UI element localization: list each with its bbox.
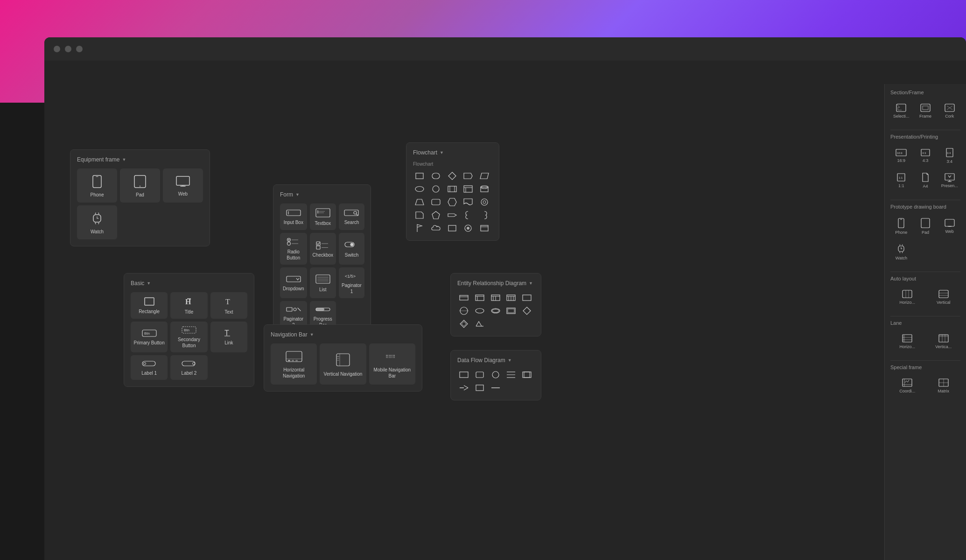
svg-line-36 — [357, 214, 358, 216]
lane-horizontal[interactable]: Horizo... — [890, 330, 924, 352]
form-textbox[interactable]: Textbox — [310, 203, 336, 230]
form-input-box[interactable]: Input Box — [280, 203, 307, 230]
flow-shape-cylinder-top[interactable] — [478, 183, 491, 195]
erd-shape-2[interactable] — [473, 292, 486, 303]
erd-shape-10[interactable] — [520, 305, 533, 316]
basic-primary-button[interactable]: Btn Primary Button — [131, 322, 168, 352]
equipment-watch[interactable]: Watch — [77, 205, 117, 239]
nav-vertical[interactable]: Vertical Navigation — [320, 343, 366, 385]
lane-vertical[interactable]: Vertica... — [927, 330, 961, 352]
basic-label1[interactable]: Label 1 — [131, 355, 168, 380]
form-list[interactable]: List — [310, 267, 336, 298]
flow-shape-brace[interactable] — [462, 210, 475, 221]
flow-shape-banner[interactable] — [462, 170, 475, 182]
dfd-panel: Data Flow Diagram ▼ — [450, 350, 541, 400]
erd-shape-3[interactable] — [489, 292, 502, 303]
auto-vertical[interactable]: Vertical — [927, 286, 961, 308]
basic-secondary-button[interactable]: Btn Secondary Button — [170, 322, 207, 352]
proto-web[interactable]: Web — [938, 214, 960, 238]
dfd-shape-4[interactable] — [504, 369, 518, 380]
traffic-light-close[interactable] — [54, 46, 60, 52]
flow-shape-brace2[interactable] — [478, 210, 491, 221]
flow-shape-pentagon[interactable] — [429, 210, 442, 221]
traffic-light-minimize[interactable] — [65, 46, 71, 52]
sidebar-ratio-169[interactable]: 16:9 16:9 — [890, 144, 912, 167]
sidebar-a4[interactable]: A4 — [915, 169, 937, 191]
sidebar-presentation[interactable]: Presen... — [938, 169, 960, 191]
dfd-shape-6[interactable] — [457, 382, 470, 393]
sidebar-selection[interactable]: Selecti... — [890, 100, 912, 121]
flow-shape-rounded[interactable] — [429, 170, 442, 182]
flow-shape-rect4[interactable] — [478, 223, 491, 234]
proto-phone[interactable]: Phone — [890, 214, 912, 238]
flow-shape-rect3[interactable] — [446, 223, 459, 234]
basic-label2[interactable]: Label 2 — [170, 355, 207, 380]
flow-shape-film[interactable] — [446, 183, 459, 195]
basic-title[interactable]: H Title — [170, 292, 207, 319]
flow-shape-circle2[interactable] — [478, 196, 491, 208]
sidebar-cork[interactable]: Cork — [938, 100, 960, 121]
form-paginator1[interactable]: <1/5> Paginator 1 — [339, 267, 364, 298]
sidebar-ratio-34[interactable]: 3:4 3:4 — [938, 144, 960, 167]
proto-watch[interactable]: Watch — [890, 240, 912, 263]
form-checkbox[interactable]: Checkbox — [310, 233, 336, 265]
erd-shape-7[interactable] — [473, 305, 486, 316]
equipment-pad[interactable]: Pad — [120, 168, 160, 203]
cork-icon — [945, 104, 955, 112]
svg-line-130 — [464, 385, 468, 388]
equipment-web[interactable]: Web — [163, 168, 203, 203]
flow-shape-arrow-right[interactable] — [446, 210, 459, 221]
nav-horizontal[interactable]: Horizontal Navigation — [271, 343, 317, 385]
sidebar-ratio-43[interactable]: 4:3 4:3 — [915, 144, 937, 167]
flow-shape-para[interactable] — [478, 170, 491, 182]
flow-shape-hexagon[interactable] — [446, 196, 459, 208]
flow-shape-rounded2[interactable] — [429, 196, 442, 208]
flow-shape-cloud[interactable] — [429, 223, 442, 234]
matrix-icon — [938, 378, 949, 387]
erd-shape-8[interactable] — [489, 305, 502, 316]
equipment-frame-title: Equipment frame — [77, 156, 119, 163]
flow-shape-card[interactable] — [462, 183, 475, 195]
flow-shape-doc[interactable] — [462, 196, 475, 208]
nav-mobile[interactable]: ⠿⠿⠿ Mobile Navigation Bar — [369, 343, 415, 385]
erd-shape-6[interactable] — [457, 305, 470, 316]
dfd-shape-3[interactable] — [489, 369, 502, 380]
dfd-shape-5[interactable] — [520, 369, 533, 380]
form-switch[interactable]: Switch — [339, 233, 364, 265]
auto-horizontal[interactable]: Horizo... — [890, 286, 924, 308]
erd-shape-5[interactable] — [520, 292, 533, 303]
flow-shape-note[interactable] — [413, 210, 426, 221]
form-dropdown[interactable]: Dropdown — [280, 267, 307, 298]
proto-pad[interactable]: Pad — [915, 214, 937, 238]
web-icon — [176, 176, 190, 187]
traffic-light-maximize[interactable] — [76, 46, 83, 52]
flow-shape-bull[interactable] — [462, 223, 475, 234]
erd-shape-9[interactable] — [504, 305, 518, 316]
proto-phone-icon — [898, 218, 904, 228]
dfd-shape-7[interactable] — [473, 382, 486, 393]
basic-text[interactable]: T Text — [210, 292, 247, 319]
sidebar-frame[interactable]: Frame — [915, 100, 937, 121]
dfd-shape-1[interactable] — [457, 369, 470, 380]
flow-shape-trapz[interactable] — [413, 196, 426, 208]
flow-shape-circle[interactable] — [429, 183, 442, 195]
basic-link[interactable]: T Link — [210, 322, 247, 352]
form-radio[interactable]: Radio Button — [280, 233, 307, 265]
equipment-phone[interactable]: Phone — [77, 168, 117, 203]
flow-shape-pill[interactable] — [413, 183, 426, 195]
special-matrix[interactable]: Matrix — [927, 375, 961, 396]
form-search[interactable]: Search — [339, 203, 364, 230]
switch-label: Switch — [345, 252, 358, 258]
erd-shape-12[interactable] — [473, 318, 486, 329]
sidebar-ratio-11[interactable]: 1:1 1:1 — [890, 169, 912, 191]
erd-shape-4[interactable] — [504, 292, 518, 303]
dfd-shape-2[interactable] — [473, 369, 486, 380]
erd-shape-11[interactable] — [457, 318, 470, 329]
flow-shape-flag[interactable] — [413, 223, 426, 234]
flow-shape-diamond[interactable] — [446, 170, 459, 182]
special-coordinate[interactable]: Coordi... — [890, 375, 924, 396]
dfd-shape-8[interactable] — [489, 382, 502, 393]
basic-rectangle[interactable]: Rectangle — [131, 292, 168, 319]
erd-shape-1[interactable] — [457, 292, 470, 303]
flow-shape-rect[interactable] — [413, 170, 426, 182]
